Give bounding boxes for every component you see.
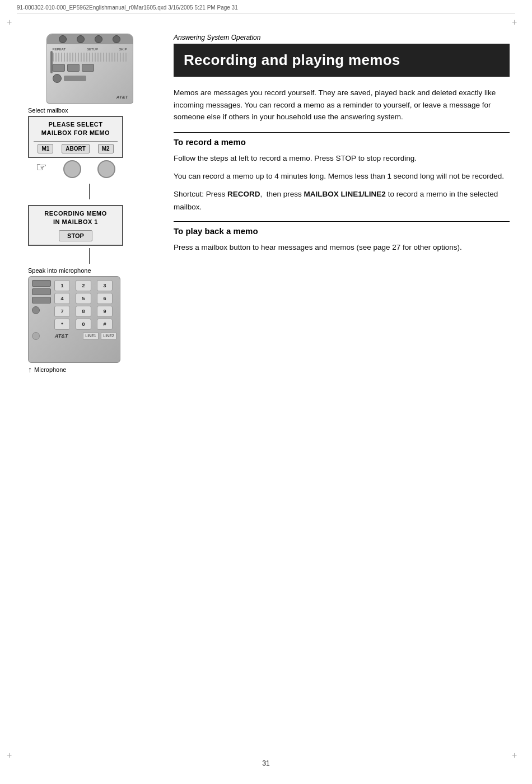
pk-key-0: 0 <box>76 319 91 330</box>
subsection-record-title: To record a memo <box>174 137 510 147</box>
pk-nav-btn <box>32 332 40 340</box>
phone-side-indicator <box>50 51 53 73</box>
phone-power-btn <box>59 35 67 43</box>
phone-bottom-controls <box>53 74 127 83</box>
pk-line2-btn: LINE2 <box>101 332 116 340</box>
phone-top-strip <box>47 34 133 44</box>
section-header: Answering System Operation <box>174 34 510 41</box>
phone-delete-btn <box>77 35 85 43</box>
microphone-label-container: ↑ Microphone <box>28 365 151 374</box>
subsection-record-p2: You can record a memo up to 4 minutes lo… <box>174 170 510 183</box>
phone-ctrl-btn-2 <box>67 64 80 72</box>
subsection-record-p1: Follow the steps at left to record a mem… <box>174 152 510 165</box>
pk-key-2: 2 <box>76 280 91 291</box>
pk-key-6: 6 <box>97 293 113 304</box>
pk-key-1: 1 <box>54 280 70 291</box>
speak-label: Speak into microphone <box>28 267 151 274</box>
pk-left-controls <box>32 280 52 330</box>
phone-label-row: REPEAT SETUP SKIP <box>53 48 127 51</box>
pk-line1-btn: LINE1 <box>83 332 99 340</box>
lcd2-line1: RECORDING MEMO <box>34 209 118 218</box>
left-column: REPEAT SETUP SKIP AT&T Select mailbox PL… <box>28 34 151 374</box>
title-box: Recording and playing memos <box>174 44 510 77</box>
circle-btn-2 <box>97 160 115 178</box>
mic-arrow-icon: ↑ <box>28 365 32 374</box>
page-header: 91-000302-010-000_EP5962Englishmanual_r0… <box>17 4 515 13</box>
pk-key-hash: # <box>97 319 113 330</box>
pk-key-7: 7 <box>54 306 70 317</box>
right-column: Answering System Operation Recording and… <box>174 34 510 262</box>
phone-mid-section: REPEAT SETUP SKIP <box>47 44 133 86</box>
pk-keypad-grid: 1 2 3 4 5 6 7 8 9 * 0 # <box>54 280 116 330</box>
phone-controls <box>53 64 127 72</box>
intro-paragraph: Memos are messages you record yourself. … <box>174 87 510 123</box>
lcd1-line1: PLEASE SELECT <box>34 120 118 129</box>
pk-key-9: 9 <box>97 306 113 317</box>
phone-keypad-image: 1 2 3 4 5 6 7 8 9 * 0 # AT&T LINE1 LINE2 <box>28 276 120 363</box>
microphone-label: Microphone <box>34 366 66 373</box>
phone-ctrl-btn-3 <box>82 64 94 72</box>
hand-pointer-icon: ☞ <box>36 160 47 178</box>
crosshair-bottom-left <box>9 753 18 762</box>
lcd2-line2: IN MAILBOX 1 <box>34 218 118 226</box>
phone-record-btn <box>64 76 86 81</box>
filename-label: 91-000302-010-000_EP5962Englishmanual_r0… <box>17 4 238 11</box>
lcd1-buttons-row: M1 ABORT M2 <box>34 141 118 153</box>
crosshair-bottom-right <box>514 753 523 762</box>
pk-key-5: 5 <box>76 293 91 304</box>
lcd-display-1: PLEASE SELECT MAILBOX FOR MEMO M1 ABORT … <box>28 116 123 158</box>
phone-top-image: REPEAT SETUP SKIP AT&T <box>46 34 133 104</box>
phone-speaker-grill <box>53 53 127 62</box>
page-number: 31 <box>262 759 269 767</box>
pk-line-buttons: LINE1 LINE2 <box>83 332 116 340</box>
page-title: Recording and playing memos <box>184 52 500 69</box>
connector-line-1 <box>89 184 90 199</box>
subsection-record-p3: Shortcut: Press RECORD, then press MAILB… <box>174 188 510 213</box>
circle-btn-1 <box>63 160 81 178</box>
phone-skip-btn <box>95 35 102 43</box>
lcd1-abort-btn[interactable]: ABORT <box>62 144 90 153</box>
lcd1-line2: MAILBOX FOR MEMO <box>34 129 118 137</box>
pk-nav-area <box>32 332 40 340</box>
pk-brand-logo: AT&T <box>55 333 68 339</box>
lcd-display-2: RECORDING MEMO IN MAILBOX 1 STOP <box>28 205 123 246</box>
crosshair-top-left <box>9 20 18 29</box>
lcd1-m1-btn[interactable]: M1 <box>38 144 53 153</box>
connector-line-2 <box>89 248 90 264</box>
phone-ctrl-btn-1 <box>53 64 65 72</box>
subsection-record: To record a memo Follow the steps at lef… <box>174 132 510 213</box>
pk-key-star: * <box>54 319 70 330</box>
pk-top-section: 1 2 3 4 5 6 7 8 9 * 0 # <box>32 280 116 330</box>
select-mailbox-label: Select mailbox <box>28 107 151 114</box>
button-circles-row: ☞ <box>28 160 123 178</box>
lcd2-stop-btn-container: STOP <box>34 230 118 241</box>
subsection-playback-p1: Press a mailbox button to hear messages … <box>174 241 510 254</box>
pk-ctrl-2 <box>32 288 51 295</box>
pk-ctrl-3 <box>32 297 51 304</box>
pk-key-4: 4 <box>54 293 70 304</box>
subsection-playback: To play back a memo Press a mailbox butt… <box>174 221 510 254</box>
lcd2-stop-btn[interactable]: STOP <box>59 230 92 241</box>
pk-key-8: 8 <box>76 306 91 317</box>
phone-nav-btn <box>53 74 62 83</box>
pk-ctrl-1 <box>32 280 51 287</box>
phone-brand-logo: AT&T <box>116 95 128 100</box>
pk-bottom-row: AT&T LINE1 LINE2 <box>32 332 116 340</box>
pk-key-3: 3 <box>97 280 113 291</box>
crosshair-top-right <box>514 20 523 29</box>
pk-round-btn <box>32 306 40 314</box>
lcd1-m2-btn[interactable]: M2 <box>98 144 114 153</box>
subsection-playback-title: To play back a memo <box>174 226 510 236</box>
phone-extra-btn <box>113 35 120 43</box>
